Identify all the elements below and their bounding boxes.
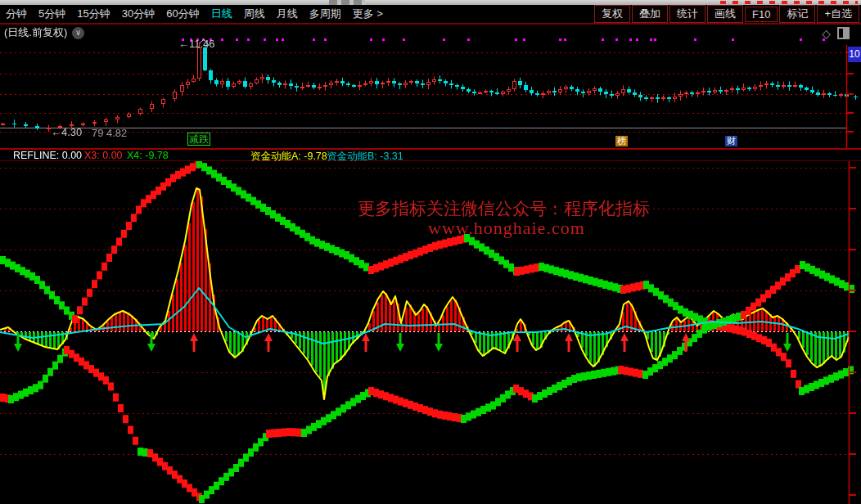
f10-button[interactable]: F10 [745, 7, 778, 22]
chevron-down-icon[interactable]: ∨ [72, 27, 84, 39]
watermark-line1: 更多指标关注微信公众号：程序化指标 [358, 197, 650, 220]
toolbar: 分钟 5分钟 15分钟 30分钟 60分钟 日线 周线 月线 多周期 更多 > … [0, 5, 861, 25]
period-tab-15min[interactable]: 15分钟 [71, 7, 115, 21]
draw-line-button[interactable]: 画线 [707, 5, 743, 23]
period-tab-monthly[interactable]: 月线 [271, 7, 304, 21]
panel-layout-icon[interactable] [837, 27, 850, 39]
price-low-frag1: 79 [92, 127, 103, 139]
period-tab-daily[interactable]: 日线 [205, 7, 238, 21]
period-tab-60min[interactable]: 60分钟 [160, 7, 205, 21]
jiandie-marker[interactable]: 减跌 [187, 133, 210, 146]
period-tab-weekly[interactable]: 周线 [238, 7, 271, 21]
indicator-header: REFLINE: 0.00 X3: 0.00 X4: -9.78 资金动能A: … [0, 150, 861, 160]
period-tab-minute[interactable]: 分钟 [0, 7, 33, 21]
stats-button[interactable]: 统计 [669, 5, 705, 23]
price-axis-label: 10 [848, 47, 861, 62]
watermark-line2: www.honghaie.com [428, 218, 585, 239]
panel-window-icons: ◇ [822, 27, 850, 39]
period-tab-multi[interactable]: 多周期 [304, 7, 347, 21]
period-tabs: 分钟 5分钟 15分钟 30分钟 60分钟 日线 周线 月线 多周期 更多 > [0, 7, 389, 21]
news-marker-bang[interactable]: 榜 [615, 136, 628, 146]
diamond-icon[interactable]: ◇ [822, 28, 831, 39]
adjust-price-button[interactable]: 复权 [594, 5, 630, 23]
period-tab-5min[interactable]: 5分钟 [33, 7, 71, 21]
period-tab-30min[interactable]: 30分钟 [116, 7, 160, 21]
overlay-button[interactable]: 叠加 [632, 5, 668, 23]
chart-title: (日线.前复权) ∨ [4, 25, 84, 40]
indicator-fund-a-value: 资金动能A: -9.78 [250, 150, 327, 164]
price-high-annotation: ←11.46 [178, 38, 215, 50]
news-marker-cai[interactable]: 财 [725, 136, 737, 146]
indicator-x3-value: X3: 0.00 [84, 150, 123, 161]
candlestick-chart-canvas[interactable] [0, 25, 861, 148]
tool-buttons: 复权 叠加 统计 画线 F10 标记 +自选 [593, 5, 861, 23]
chart-title-label: (日线.前复权) [4, 25, 67, 40]
title-bar-remnant-text [720, 1, 858, 4]
price-low-frag2: 4.82 [106, 127, 127, 139]
indicator-x4-value: X4: -9.78 [127, 150, 169, 161]
period-tab-more[interactable]: 更多 > [347, 7, 389, 21]
price-low-annotation: ←4.30 [51, 126, 82, 138]
indicator-refline-value: REFLINE: 0.00 [13, 150, 82, 161]
indicator-fund-b-value: 资金动能B: -3.31 [327, 150, 403, 164]
add-watchlist-button[interactable]: +自选 [817, 5, 859, 23]
mark-button[interactable]: 标记 [779, 5, 815, 23]
